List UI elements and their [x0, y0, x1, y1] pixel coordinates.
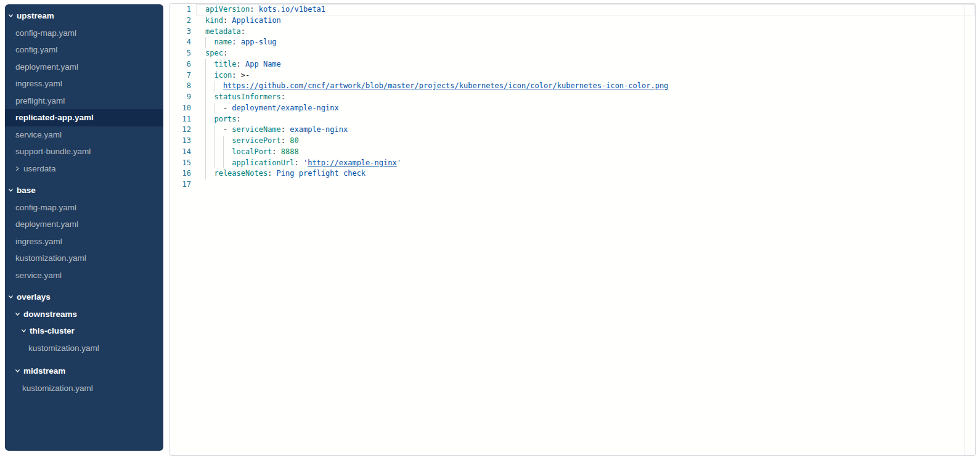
- tree-item-label: config-map.yaml: [15, 28, 76, 38]
- code-token-str: ': [397, 158, 401, 167]
- scrollbar-track[interactable]: [965, 4, 965, 455]
- code-line[interactable]: 9statusInformers:: [170, 92, 975, 103]
- line-number: 6: [170, 59, 191, 70]
- code-line-content: spec:: [196, 48, 975, 59]
- tree-item-this-cluster[interactable]: this-cluster: [5, 322, 163, 340]
- code-token-key: spec: [205, 49, 223, 57]
- tree-item-preflight.yaml[interactable]: preflight.yaml: [5, 92, 163, 110]
- code-token-str: deployment/example-nginx: [232, 104, 338, 112]
- code-line[interactable]: 3metadata:: [170, 27, 975, 38]
- tree-item-config-map.yaml[interactable]: config-map.yaml: [5, 25, 163, 42]
- code-line[interactable]: 16releaseNotes: Ping preflight check: [170, 168, 975, 179]
- tree-item-ingress.yaml[interactable]: ingress.yaml: [5, 75, 163, 92]
- code-line[interactable]: 1apiVersion: kots.io/v1beta1: [170, 4, 975, 15]
- tree-item-overlays[interactable]: overlays: [5, 289, 163, 306]
- code-line-content: - deployment/example-nginx: [196, 103, 975, 114]
- tree-item-label: config-map.yaml: [15, 203, 76, 212]
- tree-item-label: userdata: [23, 164, 56, 173]
- code-token-key: applicationUrl: [232, 158, 294, 167]
- code-line-content: statusInformers:: [196, 92, 975, 103]
- code-line[interactable]: 7icon: >-: [170, 70, 975, 81]
- tree-item-upstream[interactable]: upstream: [5, 7, 163, 25]
- code-line[interactable]: 12- serviceName: example-nginx: [170, 125, 975, 136]
- code-token-p: :: [272, 147, 280, 156]
- code-token-key: icon: [214, 71, 232, 80]
- code-line[interactable]: 13servicePort: 80: [170, 136, 975, 147]
- indent-guide: [205, 136, 214, 147]
- code-link[interactable]: http://example-nginx: [308, 158, 397, 167]
- code-line[interactable]: 17: [170, 179, 975, 191]
- code-token-p: :: [281, 92, 285, 101]
- chevron-down-icon: [14, 311, 20, 317]
- code-line[interactable]: 10- deployment/example-nginx: [170, 103, 975, 114]
- code-token-num: 80: [290, 136, 298, 145]
- line-number: 8: [170, 81, 191, 92]
- tree-item-ingress.yaml[interactable]: ingress.yaml: [5, 233, 163, 250]
- tree-item-config-map.yaml[interactable]: config-map.yaml: [5, 199, 163, 216]
- code-token-str: app-slug: [241, 38, 277, 46]
- code-token-key: kind: [205, 16, 223, 25]
- code-token-p: :: [281, 125, 290, 134]
- tree-item-midstream[interactable]: midstream: [5, 363, 163, 380]
- code-line[interactable]: 15applicationUrl: 'http://example-nginx': [170, 158, 975, 169]
- tree-item-label: kustomization.yaml: [22, 384, 93, 393]
- code-line-content: name: app-slug: [196, 37, 975, 48]
- indent-guide: [223, 158, 232, 169]
- tree-item-label: overlays: [17, 292, 51, 302]
- code-token-key: apiVersion: [205, 5, 250, 14]
- code-token-str: Application: [232, 16, 280, 25]
- code-token-p: :: [294, 158, 303, 167]
- code-line-content: - serviceName: example-nginx: [196, 125, 975, 136]
- tree-item-config.yaml[interactable]: config.yaml: [5, 41, 163, 59]
- code-line[interactable]: 11ports:: [170, 114, 975, 125]
- indent-guide: [205, 147, 214, 158]
- chevron-right-icon: [14, 165, 20, 171]
- indent-guide: [214, 125, 223, 136]
- code-token-p: -: [223, 104, 232, 112]
- tree-item-userdata[interactable]: userdata: [5, 160, 163, 178]
- code-token-str: kots.io/v1beta1: [259, 5, 325, 14]
- code-line-content: kind: Application: [196, 15, 975, 27]
- tree-item-service.yaml[interactable]: service.yaml: [5, 267, 163, 284]
- tree-item-kustomization.yaml[interactable]: kustomization.yaml: [5, 250, 163, 267]
- chevron-down-icon: [7, 13, 14, 19]
- tree-item-deployment.yaml[interactable]: deployment.yaml: [5, 59, 163, 76]
- tree-item-deployment.yaml[interactable]: deployment.yaml: [5, 216, 163, 233]
- tree-item-label: service.yaml: [15, 130, 62, 139]
- tree-item-base[interactable]: base: [5, 182, 163, 199]
- tree-item-downstreams[interactable]: downstreams: [5, 306, 163, 323]
- tree-item-support-bundle.yaml[interactable]: support-bundle.yaml: [5, 143, 163, 160]
- code-line[interactable]: 8https://github.com/cncf/artwork/blob/ma…: [170, 81, 975, 92]
- code-line[interactable]: 6title: App Name: [170, 59, 975, 70]
- code-line-content: applicationUrl: 'http://example-nginx': [196, 158, 975, 169]
- code-editor[interactable]: 1apiVersion: kots.io/v1beta12kind: Appli…: [170, 4, 975, 191]
- code-link[interactable]: https://github.com/cncf/artwork/blob/mas…: [223, 81, 668, 90]
- code-line[interactable]: 2kind: Application: [170, 15, 975, 27]
- code-line-content: icon: >-: [196, 70, 975, 81]
- indent-guide: [205, 81, 214, 92]
- code-token-p: :: [267, 169, 276, 178]
- code-token-key: localPort: [232, 147, 272, 156]
- tree-item-label: preflight.yaml: [15, 96, 65, 105]
- tree-item-kustomization.yaml[interactable]: kustomization.yaml: [5, 340, 163, 357]
- line-number: 1: [170, 4, 191, 15]
- tree-item-label: base: [17, 186, 36, 195]
- tree-item-label: config.yaml: [15, 45, 57, 54]
- tree-item-service.yaml[interactable]: service.yaml: [5, 126, 163, 144]
- indent-guide: [214, 136, 223, 147]
- tree-item-replicated-app.yaml[interactable]: replicated-app.yaml: [5, 109, 163, 126]
- tree-item-label: replicated-app.yaml: [15, 113, 94, 122]
- line-number: 16: [170, 168, 191, 179]
- file-tree-sidebar: upstreamconfig-map.yamlconfig.yamldeploy…: [5, 4, 163, 451]
- tree-item-label: upstream: [17, 11, 54, 20]
- code-line[interactable]: 5spec:: [170, 48, 975, 59]
- indent-guide: [205, 168, 214, 179]
- tree-item-label: ingress.yaml: [15, 237, 62, 246]
- code-line[interactable]: 14localPort: 8888: [170, 147, 975, 158]
- code-token-p: :: [232, 38, 240, 46]
- code-line[interactable]: 4name: app-slug: [170, 37, 975, 48]
- line-number: 7: [170, 70, 191, 81]
- code-token-key: releaseNotes: [214, 169, 267, 178]
- tree-item-kustomization.yaml[interactable]: kustomization.yaml: [5, 380, 163, 397]
- code-token-key: servicePort: [232, 136, 280, 145]
